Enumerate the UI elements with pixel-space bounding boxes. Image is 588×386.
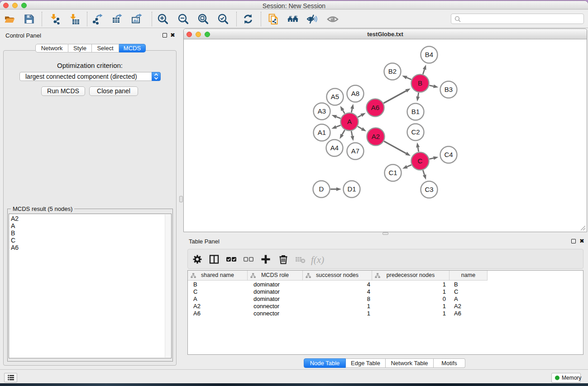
tab-edge-table[interactable]: Edge Table bbox=[346, 358, 386, 368]
deselect-all-checkbox-icon[interactable] bbox=[243, 253, 254, 265]
graph-edge-A-A2[interactable] bbox=[358, 126, 362, 129]
list-item[interactable]: C bbox=[9, 237, 171, 244]
graph-node-C4[interactable]: C4 bbox=[440, 147, 457, 163]
search-input[interactable] bbox=[451, 14, 584, 24]
column-header-successor-nodes[interactable]: successor nodes bbox=[303, 271, 372, 281]
graph-edge-A-A1[interactable] bbox=[336, 125, 341, 127]
column-header-predecessor-nodes[interactable]: predecessor nodes bbox=[372, 271, 449, 281]
graph-node-C[interactable]: C bbox=[411, 152, 429, 170]
tab-node-table[interactable]: Node Table bbox=[304, 358, 346, 368]
zoom-in-icon[interactable] bbox=[157, 13, 169, 25]
graph-edge-A-A6[interactable] bbox=[358, 115, 361, 117]
column-header-name[interactable]: name bbox=[449, 271, 488, 281]
graph-edge-B-B4[interactable] bbox=[423, 69, 424, 74]
show-columns-icon[interactable] bbox=[208, 253, 220, 265]
graph-edge-B-B2[interactable] bbox=[406, 77, 411, 79]
table-settings-icon[interactable] bbox=[191, 253, 203, 265]
zoom-out-icon[interactable] bbox=[177, 13, 189, 25]
tab-network-table[interactable]: Network Table bbox=[386, 358, 434, 368]
graph-node-A2[interactable]: A2 bbox=[367, 128, 385, 146]
import-table-icon[interactable] bbox=[68, 13, 80, 25]
graph-edge-B-B1[interactable] bbox=[418, 93, 418, 97]
float-panel-icon[interactable] bbox=[163, 33, 167, 38]
export-network-icon[interactable] bbox=[92, 13, 104, 25]
vertical-divider-grabber[interactable] bbox=[179, 196, 183, 202]
export-image-icon[interactable] bbox=[131, 13, 143, 25]
select-all-checkbox-icon[interactable] bbox=[225, 253, 237, 265]
refresh-icon[interactable] bbox=[242, 13, 254, 25]
graph-node-D1[interactable]: D1 bbox=[344, 181, 360, 198]
graph-node-A5[interactable]: A5 bbox=[327, 89, 344, 105]
graph-edge-A2-C[interactable] bbox=[384, 141, 406, 153]
close-panel-icon[interactable]: ✖ bbox=[170, 32, 175, 39]
resize-grip-icon[interactable] bbox=[581, 226, 586, 231]
show-tasks-button[interactable] bbox=[4, 373, 17, 382]
add-row-icon[interactable] bbox=[260, 253, 272, 265]
graph-node-A8[interactable]: A8 bbox=[347, 86, 364, 102]
graph-node-B2[interactable]: B2 bbox=[384, 63, 401, 80]
delete-table-icon[interactable] bbox=[294, 253, 306, 265]
tab-network[interactable]: Network bbox=[35, 44, 68, 52]
graph-node-B[interactable]: B bbox=[411, 75, 429, 92]
export-table-icon[interactable] bbox=[112, 13, 124, 25]
memory-button[interactable]: Memory bbox=[551, 373, 581, 383]
tab-style[interactable]: Style bbox=[68, 44, 92, 52]
list-item[interactable]: A6 bbox=[9, 244, 171, 251]
table-row[interactable]: Adominator80A bbox=[188, 295, 583, 303]
graph-node-A4[interactable]: A4 bbox=[326, 140, 343, 157]
list-item[interactable]: B bbox=[9, 229, 171, 237]
table-row[interactable]: A2connector11A2 bbox=[188, 303, 583, 310]
graph-edge-A-A3[interactable] bbox=[336, 117, 341, 119]
duplicate-network-icon[interactable] bbox=[268, 13, 279, 25]
save-session-icon[interactable] bbox=[23, 13, 35, 25]
open-file-icon[interactable] bbox=[4, 13, 15, 25]
graph-edge-A-A8[interactable] bbox=[351, 109, 352, 112]
graph-node-B1[interactable]: B1 bbox=[407, 104, 424, 120]
zoom-selected-icon[interactable] bbox=[217, 13, 229, 25]
graph-edge-A6-B[interactable] bbox=[383, 91, 406, 103]
graph-edge-C-C4[interactable] bbox=[429, 158, 433, 159]
column-header-mcds-role[interactable]: MCDS role bbox=[248, 271, 303, 281]
graph-edge-C-C2[interactable] bbox=[418, 148, 419, 152]
graph-node-C3[interactable]: C3 bbox=[421, 181, 438, 198]
graph-node-C2[interactable]: C2 bbox=[407, 124, 424, 141]
show-graphics-details-icon[interactable] bbox=[327, 13, 339, 25]
tab-motifs[interactable]: Motifs bbox=[434, 358, 465, 368]
list-item[interactable]: A2 bbox=[9, 214, 171, 222]
zoom-fit-icon[interactable] bbox=[197, 13, 209, 25]
column-header-shared-name[interactable]: shared name bbox=[188, 271, 248, 281]
graph-edge-A-A7[interactable] bbox=[351, 131, 352, 136]
run-mcds-button[interactable]: Run MCDS bbox=[41, 86, 85, 96]
mcds-result-list[interactable]: A2 A B C A6 bbox=[9, 214, 172, 358]
tab-select[interactable]: Select bbox=[92, 44, 119, 52]
graph-node-A3[interactable]: A3 bbox=[314, 103, 330, 120]
network-graph[interactable]: B4B2BB3A8A5A6A3B1AA1C2A2A4A7C4CC1DD1C3 bbox=[184, 40, 587, 232]
function-builder-icon[interactable]: f(x) bbox=[311, 254, 324, 266]
delete-row-icon[interactable] bbox=[277, 253, 289, 265]
hide-graphics-details-icon[interactable] bbox=[306, 13, 318, 25]
graph-edge-A-A5[interactable] bbox=[343, 110, 344, 113]
graph-node-B3[interactable]: B3 bbox=[440, 81, 457, 98]
close-panel-icon[interactable]: ✖ bbox=[579, 238, 584, 245]
graph-node-A[interactable]: A bbox=[341, 113, 359, 131]
scrollbar-track[interactable] bbox=[165, 214, 171, 357]
table-row[interactable]: A6connector11A6 bbox=[188, 310, 583, 317]
graph-node-A6[interactable]: A6 bbox=[367, 99, 384, 117]
graph-node-B4[interactable]: B4 bbox=[421, 47, 438, 63]
network-window-titlebar[interactable]: testGlobe.txt bbox=[184, 29, 587, 39]
list-item[interactable]: A bbox=[9, 222, 171, 229]
graph-node-A1[interactable]: A1 bbox=[314, 124, 330, 141]
graph-node-D[interactable]: D bbox=[313, 181, 330, 198]
first-neighbors-icon[interactable] bbox=[287, 13, 299, 25]
graph-edge-A-A4[interactable] bbox=[342, 130, 345, 134]
graph-node-C1[interactable]: C1 bbox=[385, 165, 402, 181]
float-panel-icon[interactable] bbox=[571, 239, 576, 243]
table-row[interactable]: Bdominator41B bbox=[188, 281, 583, 288]
table-row[interactable]: Cdominator41C bbox=[188, 288, 583, 295]
graph-edge-C-C3[interactable] bbox=[423, 170, 424, 175]
import-network-icon[interactable] bbox=[49, 13, 61, 25]
close-panel-button[interactable]: Close panel bbox=[89, 86, 138, 96]
graph-edge-B-B3[interactable] bbox=[429, 86, 433, 86]
criterion-dropdown[interactable]: largest connected component (directed) bbox=[19, 72, 161, 81]
graph-edge-C-C1[interactable] bbox=[407, 165, 411, 167]
